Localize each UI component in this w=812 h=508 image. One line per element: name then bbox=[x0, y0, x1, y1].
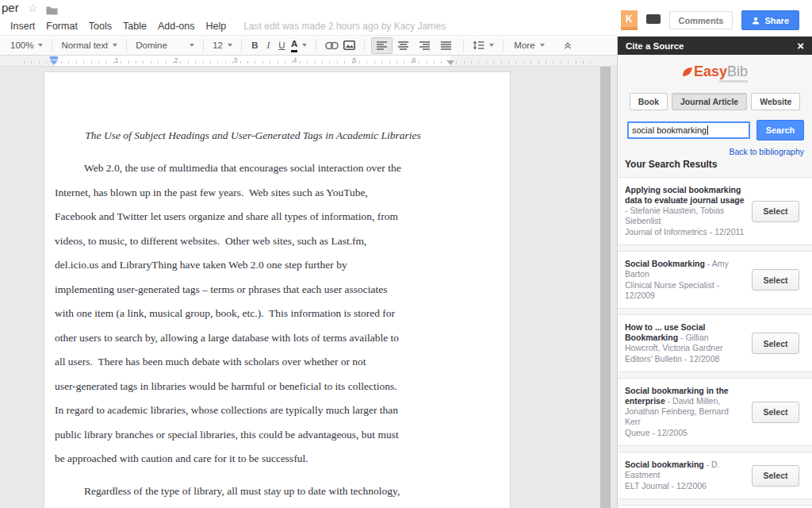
select-button[interactable]: Select bbox=[752, 465, 799, 487]
document-name[interactable]: per bbox=[2, 1, 19, 14]
search-result-row: How to ... use Social Bookmarking - Gill… bbox=[618, 314, 812, 372]
ruler-number: 6 bbox=[410, 56, 418, 64]
image-icon bbox=[343, 40, 355, 50]
document-line: del.icio.us and LibraryThing have taken … bbox=[55, 253, 458, 278]
align-center-icon bbox=[398, 41, 408, 50]
align-justify-icon bbox=[441, 41, 451, 50]
folder-icon[interactable] bbox=[46, 4, 58, 18]
more-button[interactable]: More bbox=[510, 37, 546, 54]
select-button[interactable]: Select bbox=[752, 269, 799, 291]
paragraph-style-select[interactable]: Normal text bbox=[59, 37, 120, 54]
back-to-bibliography-link[interactable]: Back to bibliography bbox=[618, 147, 812, 156]
align-right-icon bbox=[419, 41, 430, 50]
menu-item[interactable]: Format bbox=[46, 21, 78, 32]
collapse-toolbar-button[interactable] bbox=[563, 40, 573, 52]
ruler-number: 1 bbox=[113, 56, 121, 64]
first-line-indent-marker[interactable] bbox=[50, 56, 58, 60]
result-citation: Social Bookmarking - Amy BartonClinical … bbox=[625, 259, 745, 301]
menu-item[interactable]: Add-ons bbox=[158, 21, 195, 32]
font-size-select[interactable]: 12 bbox=[210, 37, 235, 54]
menubar: Insert Format Tools Table Add-ons Help L… bbox=[0, 17, 614, 35]
search-result-row: Social bookmarking in the enterprise - D… bbox=[618, 378, 812, 446]
align-justify-button[interactable] bbox=[435, 37, 457, 54]
result-authors: - Stefanie Haustein, Tobias Siebenlist bbox=[625, 206, 724, 225]
align-right-button[interactable] bbox=[414, 37, 435, 54]
menu-item[interactable]: Table bbox=[123, 21, 147, 32]
result-source: Journal of Informetrics - 12/2011 bbox=[625, 227, 745, 237]
align-left-button[interactable] bbox=[371, 37, 393, 54]
document-line: all users. There has been much debate wi… bbox=[55, 350, 458, 375]
sidebar-title: Cite a Source bbox=[626, 41, 684, 51]
source-type-tabs: Book Journal Article Website bbox=[618, 93, 812, 110]
chevron-double-up-icon bbox=[563, 40, 573, 50]
search-result-row: Social bookmarking - D. EastmentELT Jour… bbox=[618, 452, 812, 499]
close-icon[interactable]: × bbox=[797, 40, 804, 52]
menu-item[interactable]: Tools bbox=[89, 21, 112, 32]
document-line: other users to search by, allowing a lar… bbox=[55, 326, 458, 351]
document-line: public library branches or special libra… bbox=[55, 423, 458, 448]
document-page[interactable]: The Use of Subject Headings and User-Gen… bbox=[44, 71, 511, 508]
document-line: Web 2.0, the use of multimedia that enco… bbox=[55, 156, 487, 181]
document-line: Regardless of the type of library, all m… bbox=[55, 479, 487, 504]
titlebar: per ☆ bbox=[0, 0, 614, 17]
chevron-down-icon bbox=[228, 44, 232, 47]
bold-button[interactable]: B bbox=[248, 40, 262, 50]
leaf-icon bbox=[682, 64, 693, 81]
result-source: Clinical Nurse Specialist - 12/2009 bbox=[625, 280, 745, 301]
text-color-button[interactable]: A bbox=[289, 37, 309, 54]
ruler[interactable]: 1 2 3 4 5 6 bbox=[0, 56, 617, 67]
last-edit-status[interactable]: Last edit was made 2 hours ago by Kacy J… bbox=[243, 21, 446, 32]
result-source: Queue - 12/2005 bbox=[625, 428, 745, 438]
search-result-row: Social Bookmarking - Amy BartonClinical … bbox=[618, 251, 812, 309]
result-citation: Social bookmarking in the enterprise - D… bbox=[625, 386, 745, 438]
topbar-actions: K Comments Share bbox=[621, 10, 799, 30]
share-button[interactable]: Share bbox=[741, 10, 799, 30]
italic-button[interactable]: I bbox=[262, 40, 275, 50]
link-icon bbox=[325, 41, 339, 50]
select-button[interactable]: Select bbox=[752, 333, 799, 354]
comments-button[interactable]: Comments bbox=[669, 11, 733, 29]
vertical-scrollbar[interactable] bbox=[600, 67, 611, 508]
search-row: social bookmarking Search bbox=[627, 120, 804, 140]
avatar[interactable]: K bbox=[621, 10, 638, 30]
document-line: implementing user-generated tags – terms… bbox=[55, 278, 458, 302]
easybib-logo: EasyBib bbox=[618, 64, 812, 83]
select-button[interactable]: Select bbox=[752, 402, 799, 423]
insert-image-button[interactable] bbox=[341, 37, 358, 54]
chevron-down-icon bbox=[489, 44, 494, 47]
logo-tagline bbox=[719, 80, 748, 83]
tab-website[interactable]: Website bbox=[751, 93, 800, 110]
underline-button[interactable]: U bbox=[275, 40, 289, 50]
ruler-number: 2 bbox=[172, 56, 180, 64]
document-area: The Use of Subject Headings and User-Gen… bbox=[0, 67, 617, 508]
chevron-down-icon bbox=[113, 44, 117, 47]
result-title: Applying social bookmarking data to eval… bbox=[625, 185, 745, 205]
right-indent-marker[interactable] bbox=[446, 60, 454, 65]
chevron-down-icon bbox=[540, 44, 545, 47]
left-indent-marker[interactable] bbox=[50, 60, 58, 65]
chat-icon[interactable] bbox=[646, 14, 661, 24]
insert-link-button[interactable] bbox=[323, 37, 341, 54]
line-spacing-button[interactable] bbox=[470, 37, 496, 54]
search-button[interactable]: Search bbox=[756, 120, 804, 140]
font-select[interactable]: Domine bbox=[133, 37, 197, 54]
result-citation: Social bookmarking - D. EastmentELT Jour… bbox=[625, 460, 745, 491]
menu-item[interactable]: Insert bbox=[10, 21, 35, 32]
document-line: with one item (a link, musical group, bo… bbox=[55, 302, 458, 326]
result-title: Social Bookmarking bbox=[625, 259, 705, 268]
search-result-row: Applying social bookmarking data to eval… bbox=[618, 177, 812, 245]
search-input[interactable]: social bookmarking bbox=[627, 121, 750, 139]
menu-item[interactable]: Help bbox=[206, 21, 227, 32]
text-cursor bbox=[707, 125, 708, 135]
tab-journal-article[interactable]: Journal Article bbox=[672, 93, 747, 110]
result-title: Social bookmarking bbox=[625, 460, 704, 469]
document-heading: The Use of Subject Headings and User-Gen… bbox=[55, 123, 451, 148]
document-line: Facebook and Twitter let users organize … bbox=[55, 205, 458, 229]
star-icon[interactable]: ☆ bbox=[28, 2, 38, 14]
align-center-button[interactable] bbox=[393, 37, 414, 54]
tab-book[interactable]: Book bbox=[630, 93, 668, 110]
zoom-select[interactable]: 100% bbox=[8, 37, 45, 54]
person-icon bbox=[752, 17, 760, 25]
search-results-list: Applying social bookmarking data to eval… bbox=[618, 177, 812, 508]
select-button[interactable]: Select bbox=[752, 201, 799, 222]
